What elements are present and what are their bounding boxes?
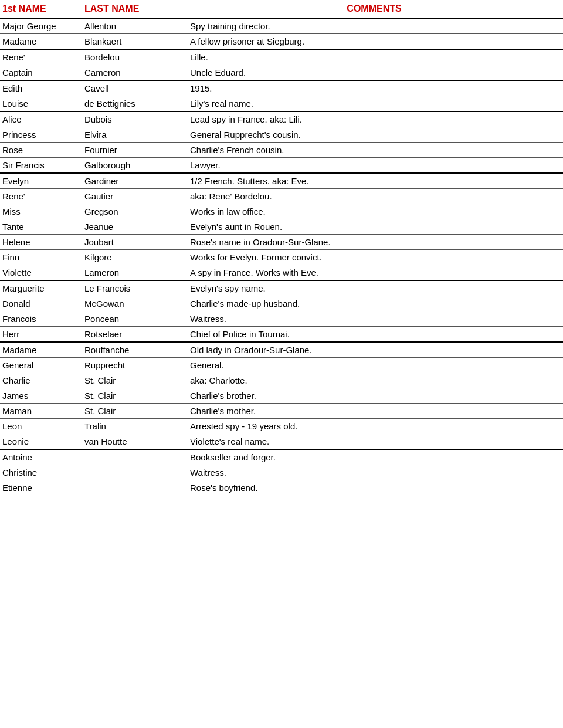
main-container: 1st NAME LAST NAME COMMENTS Major George… [0,0,563,495]
cell-comment: Rose's boyfriend. [188,480,563,496]
cell-comment: Charlie's brother. [188,388,563,404]
cell-first-name: Francois [0,311,82,327]
cell-comment: Bookseller and forger. [188,449,563,465]
table-row: Major GeorgeAllentonSpy training directo… [0,18,563,34]
table-row: RoseFournierCharlie's French cousin. [0,143,563,158]
cell-comment: Lead spy in France. aka: Lili. [188,111,563,127]
cell-comment: Chief of Police in Tournai. [188,327,563,343]
header-last-name: LAST NAME [82,0,188,18]
table-row: EdithCavell1915. [0,80,563,96]
cell-last-name: Lameron [82,265,188,281]
cell-first-name: Edith [0,80,82,96]
cell-last-name: Jeanue [82,219,188,235]
table-row: Leonievan HoutteViolette's real name. [0,434,563,450]
cell-first-name: General [0,358,82,373]
cell-comment: Lawyer. [188,158,563,174]
cell-first-name: Louise [0,96,82,112]
table-header-row: 1st NAME LAST NAME COMMENTS [0,0,563,18]
cell-comment: Arrested spy - 19 years old. [188,419,563,434]
cell-first-name: Herr [0,327,82,343]
cell-comment: Charlie's mother. [188,404,563,419]
cell-comment: Lily's real name. [188,96,563,112]
table-row: TanteJeanueEvelyn's aunt in Rouen. [0,219,563,235]
cell-last-name: Rotselaer [82,327,188,343]
cell-first-name: Finn [0,250,82,265]
cell-last-name: Fournier [82,143,188,158]
cell-first-name: Maman [0,404,82,419]
cell-last-name: Cameron [82,65,188,81]
table-row: MissGregsonWorks in law office. [0,204,563,219]
cell-last-name [82,480,188,496]
table-row: EtienneRose's boyfriend. [0,480,563,496]
cell-first-name: Madame [0,34,82,50]
cell-last-name: Galborough [82,158,188,174]
cell-first-name: Etienne [0,480,82,496]
cell-last-name: Dubois [82,111,188,127]
cell-last-name: Rupprecht [82,358,188,373]
cell-last-name: Elvira [82,127,188,143]
cell-comment: A spy in France. Works with Eve. [188,265,563,281]
cell-first-name: Violette [0,265,82,281]
table-row: AntoineBookseller and forger. [0,449,563,465]
cell-comment: 1915. [188,80,563,96]
table-row: LeonTralinArrested spy - 19 years old. [0,419,563,434]
cell-comment: General. [188,358,563,373]
character-table: 1st NAME LAST NAME COMMENTS Major George… [0,0,563,495]
cell-last-name: Poncean [82,311,188,327]
cell-last-name: Kilgore [82,250,188,265]
cell-first-name: Antoine [0,449,82,465]
cell-comment: General Rupprecht's cousin. [188,127,563,143]
table-row: AliceDuboisLead spy in France. aka: Lili… [0,111,563,127]
cell-last-name: McGowan [82,296,188,311]
cell-comment: Spy training director. [188,18,563,34]
cell-last-name: Rouffanche [82,342,188,358]
cell-first-name: Charlie [0,373,82,388]
table-row: Rene'BordelouLille. [0,49,563,65]
table-row: JamesSt. ClairCharlie's brother. [0,388,563,404]
cell-first-name: Leonie [0,434,82,450]
table-row: GeneralRupprechtGeneral. [0,358,563,373]
cell-comment: Waitress. [188,465,563,480]
cell-last-name: Tralin [82,419,188,434]
cell-first-name: Helene [0,235,82,250]
table-row: Louisede BettigniesLily's real name. [0,96,563,112]
cell-comment: Rose's name in Oradour-Sur-Glane. [188,235,563,250]
table-row: EvelynGardiner1/2 French. Stutters. aka:… [0,173,563,189]
table-row: MamanSt. ClairCharlie's mother. [0,404,563,419]
table-body: Major GeorgeAllentonSpy training directo… [0,18,563,495]
cell-comment: Charlie's French cousin. [188,143,563,158]
cell-first-name: Sir Francis [0,158,82,174]
cell-comment: aka: Charlotte. [188,373,563,388]
cell-first-name: Alice [0,111,82,127]
cell-last-name: Gautier [82,189,188,204]
cell-first-name: Madame [0,342,82,358]
table-row: Sir FrancisGalboroughLawyer. [0,158,563,174]
cell-first-name: Rene' [0,189,82,204]
cell-first-name: Rose [0,143,82,158]
cell-last-name: St. Clair [82,373,188,388]
table-row: CaptainCameronUncle Eduard. [0,65,563,81]
header-first-name: 1st NAME [0,0,82,18]
cell-last-name: Cavell [82,80,188,96]
cell-first-name: Major George [0,18,82,34]
cell-last-name: St. Clair [82,388,188,404]
cell-first-name: Leon [0,419,82,434]
table-row: MargueriteLe FrancoisEvelyn's spy name. [0,280,563,296]
cell-first-name: Tante [0,219,82,235]
cell-last-name: van Houtte [82,434,188,450]
cell-first-name: Donald [0,296,82,311]
cell-last-name: Le Francois [82,280,188,296]
cell-comment: Uncle Eduard. [188,65,563,81]
table-row: HeleneJoubartRose's name in Oradour-Sur-… [0,235,563,250]
table-row: HerrRotselaerChief of Police in Tournai. [0,327,563,343]
table-row: FinnKilgoreWorks for Evelyn. Former conv… [0,250,563,265]
cell-comment: Charlie's made-up husband. [188,296,563,311]
cell-last-name: Bordelou [82,49,188,65]
cell-last-name: Allenton [82,18,188,34]
cell-last-name: Blankaert [82,34,188,50]
cell-comment: Violette's real name. [188,434,563,450]
table-row: FrancoisPonceanWaitress. [0,311,563,327]
table-row: ChristineWaitress. [0,465,563,480]
cell-comment: Old lady in Oradour-Sur-Glane. [188,342,563,358]
cell-last-name [82,449,188,465]
